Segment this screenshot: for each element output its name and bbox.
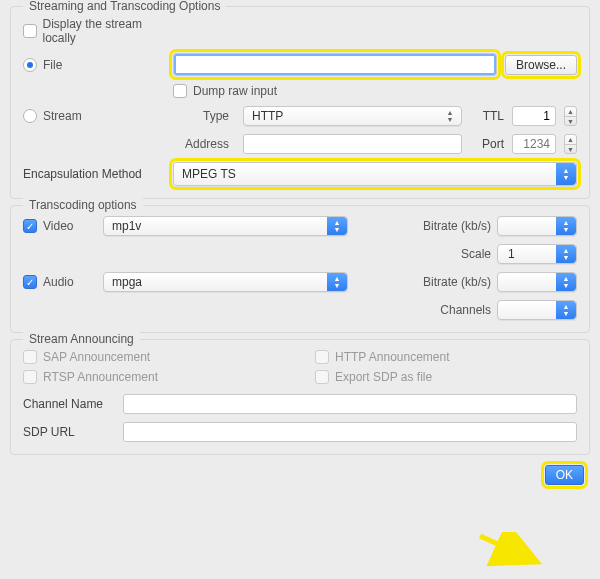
sdp-url-input[interactable] [123, 422, 577, 442]
audio-enable-checkbox[interactable]: ✓ [23, 275, 37, 289]
channel-name-label: Channel Name [23, 397, 123, 411]
video-bitrate-select[interactable]: ▲▼ [497, 216, 577, 236]
video-codec-value: mp1v [112, 219, 141, 233]
ttl-stepper[interactable]: ▲▼ [564, 106, 577, 126]
output-file-label: File [43, 58, 62, 72]
streaming-fieldset: Streaming and Transcoding Options Displa… [10, 6, 590, 199]
http-ann-checkbox [315, 350, 329, 364]
audio-bitrate-select[interactable]: ▲▼ [497, 272, 577, 292]
address-input[interactable] [243, 134, 462, 154]
encapsulation-value: MPEG TS [182, 167, 236, 181]
audio-bitrate-label: Bitrate (kb/s) [409, 275, 491, 289]
video-scale-label: Scale [409, 247, 491, 261]
export-sdp-checkbox [315, 370, 329, 384]
file-path-input[interactable] [173, 53, 497, 76]
sap-checkbox [23, 350, 37, 364]
chevron-updown-icon: ▲▼ [556, 301, 576, 319]
port-field[interactable] [512, 134, 556, 154]
chevron-updown-icon: ▲▼ [556, 273, 576, 291]
stream-type-select[interactable]: HTTP ▲▼ [243, 106, 462, 126]
audio-channels-input[interactable] [506, 301, 554, 319]
encap-label: Encapsulation Method [23, 167, 142, 181]
display-locally-checkbox[interactable] [23, 24, 37, 38]
transcoding-legend: Transcoding options [23, 198, 143, 212]
annotation-arrow-icon [478, 532, 548, 570]
video-bitrate-label: Bitrate (kb/s) [409, 219, 491, 233]
chevron-updown-icon: ▲▼ [327, 217, 347, 235]
announcing-legend: Stream Announcing [23, 332, 140, 346]
dump-raw-label: Dump raw input [193, 84, 277, 98]
audio-codec-value: mpga [112, 275, 142, 289]
export-sdp-label: Export SDP as file [335, 370, 432, 384]
channel-name-input[interactable] [123, 394, 577, 414]
chevron-updown-icon: ▲▼ [556, 217, 576, 235]
chevron-updown-icon: ▲▼ [556, 245, 576, 263]
audio-label: Audio [43, 275, 74, 289]
sdp-url-label: SDP URL [23, 425, 123, 439]
audio-codec-select[interactable]: mpga ▲▼ [103, 272, 348, 292]
updown-icon: ▲▼ [443, 109, 457, 123]
video-label: Video [43, 219, 73, 233]
dump-raw-checkbox[interactable] [173, 84, 187, 98]
video-codec-select[interactable]: mp1v ▲▼ [103, 216, 348, 236]
video-bitrate-input[interactable] [506, 217, 554, 235]
video-scale-input[interactable] [506, 245, 554, 263]
address-label: Address [173, 137, 229, 151]
transcoding-fieldset: Transcoding options ✓ Video mp1v ▲▼ Bitr… [10, 205, 590, 333]
video-enable-checkbox[interactable]: ✓ [23, 219, 37, 233]
port-stepper[interactable]: ▲▼ [564, 134, 577, 154]
browse-button[interactable]: Browse... [505, 55, 577, 75]
display-locally-label: Display the stream locally [43, 17, 173, 45]
chevron-updown-icon: ▲▼ [556, 163, 576, 185]
stream-type-label: Type [173, 109, 229, 123]
http-ann-label: HTTP Announcement [335, 350, 450, 364]
stream-type-value: HTTP [252, 109, 283, 123]
video-scale-select[interactable]: ▲▼ [497, 244, 577, 264]
ttl-label: TTL [470, 109, 504, 123]
streaming-legend: Streaming and Transcoding Options [23, 0, 226, 13]
audio-channels-select[interactable]: ▲▼ [497, 300, 577, 320]
encapsulation-select[interactable]: MPEG TS ▲▼ [173, 162, 577, 186]
output-stream-radio[interactable] [23, 109, 37, 123]
chevron-updown-icon: ▲▼ [327, 273, 347, 291]
output-stream-label: Stream [43, 109, 82, 123]
audio-bitrate-input[interactable] [506, 273, 554, 291]
port-label: Port [470, 137, 504, 151]
announcing-fieldset: Stream Announcing SAP Announcement HTTP … [10, 339, 590, 455]
rtsp-label: RTSP Announcement [43, 370, 158, 384]
output-file-radio[interactable] [23, 58, 37, 72]
ttl-field[interactable] [512, 106, 556, 126]
sap-label: SAP Announcement [43, 350, 150, 364]
audio-channels-label: Channels [409, 303, 491, 317]
ok-button[interactable]: OK [545, 465, 584, 485]
svg-line-0 [480, 536, 533, 560]
rtsp-checkbox [23, 370, 37, 384]
